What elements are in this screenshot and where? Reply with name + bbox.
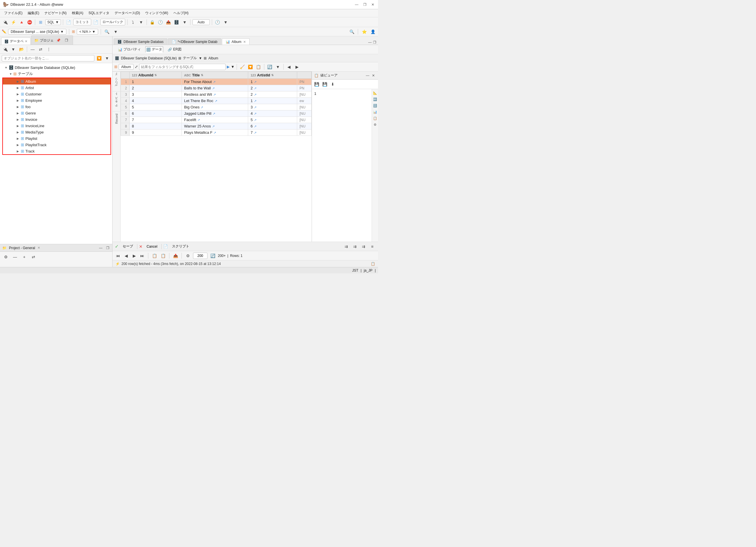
cell-title[interactable]: Facelift↗ bbox=[181, 117, 248, 123]
ext-link-icon[interactable]: ↗ bbox=[212, 87, 215, 90]
export-page-btn[interactable]: 📋 bbox=[160, 252, 166, 259]
avatar-btn[interactable]: 👤 bbox=[369, 28, 376, 35]
menu-edit[interactable]: 編集(E) bbox=[25, 10, 42, 16]
tree-item-foo[interactable]: ⊞ foo bbox=[3, 104, 111, 110]
open-folder-btn[interactable]: 📂 bbox=[18, 46, 25, 53]
cell-title[interactable]: Let There Be Roc↗ bbox=[181, 98, 248, 104]
menu-file[interactable]: ファイル(E) bbox=[2, 10, 25, 16]
project-settings-btn[interactable]: ⚙ bbox=[2, 254, 9, 261]
value-viewer-close[interactable]: ✕ bbox=[371, 73, 376, 78]
clock-icon[interactable]: 🕐 bbox=[157, 19, 164, 26]
vv-icon-1[interactable]: 📐 bbox=[373, 90, 378, 96]
script-action-btn[interactable]: スクリプト bbox=[170, 244, 192, 250]
cell-artistid[interactable]: 4↗ bbox=[248, 111, 297, 117]
page-count-input[interactable]: 200 bbox=[193, 253, 207, 259]
ext-link-icon[interactable]: ↗ bbox=[197, 118, 200, 122]
toolbar-btn-3[interactable]: 🔺 bbox=[18, 19, 25, 26]
share-icon[interactable]: 📤 bbox=[165, 19, 172, 26]
table-row[interactable]: 6 6 Jagged Little Pill↗ 4↗ [NU bbox=[121, 111, 312, 117]
last-page-btn[interactable]: ⏭ bbox=[139, 253, 145, 259]
filter-btn[interactable]: 🔽 bbox=[96, 55, 102, 62]
table-row[interactable]: 7 7 Facelift↗ 5↗ [NU bbox=[121, 117, 312, 123]
project-link-btn[interactable]: ⇄ bbox=[30, 254, 37, 261]
sql-filter-input[interactable] bbox=[139, 64, 226, 70]
col-albumid-sort[interactable]: ⇅ bbox=[154, 74, 157, 77]
toolbar-btn-4[interactable]: ⛔ bbox=[26, 19, 33, 26]
sub-tab-er[interactable]: 🔗 ER図 bbox=[164, 46, 185, 53]
record-label[interactable]: Record bbox=[113, 111, 120, 126]
menu-database[interactable]: データベース(D) bbox=[112, 10, 143, 16]
ext-link-icon[interactable]: ↗ bbox=[201, 106, 203, 109]
project-close-btn[interactable]: ✕ bbox=[38, 246, 40, 250]
album-tab-close[interactable]: ✕ bbox=[243, 40, 246, 44]
toolbar-btn-6[interactable]: ▼ bbox=[181, 19, 188, 26]
refresh-count-btn[interactable]: 🔄 bbox=[209, 252, 216, 259]
menu-navigate[interactable]: ナビゲート(N) bbox=[42, 10, 69, 16]
filter-dropdown-icon[interactable]: ▼ bbox=[231, 65, 235, 69]
menu-search[interactable]: 検索(A) bbox=[70, 10, 86, 16]
tree-item-genre[interactable]: ⊞ Genre bbox=[3, 110, 111, 116]
col-settings-btn[interactable]: 📋 bbox=[255, 63, 262, 70]
menu-sql-editor[interactable]: SQLエディタ bbox=[86, 10, 112, 16]
ext-link-icon2[interactable]: ↗ bbox=[254, 93, 257, 96]
col-albumid[interactable]: 123 AlbumId ⇅ bbox=[130, 72, 182, 79]
add-btn-arrow[interactable]: ▼ bbox=[10, 46, 17, 53]
tab-project[interactable]: 📁 プロジェ 📌 ❐ bbox=[31, 35, 73, 45]
add-filter-btn[interactable]: 🔽 bbox=[247, 63, 254, 70]
cell-artistid[interactable]: 3↗ bbox=[248, 104, 297, 111]
cell-artistid[interactable]: 2↗ bbox=[248, 91, 297, 98]
format-rows-btn4[interactable]: ≡ bbox=[369, 243, 376, 250]
cell-artistid[interactable]: 2↗ bbox=[248, 85, 297, 91]
bookmark-btn[interactable]: ⭐ bbox=[361, 28, 368, 35]
cell-artistid[interactable]: 1↗ bbox=[248, 79, 297, 85]
tab-sample-db-modified[interactable]: 📄 *<DBeaver Sample Datab bbox=[168, 38, 221, 45]
ext-link-icon[interactable]: ↗ bbox=[213, 93, 216, 96]
cell-albumid[interactable]: 6 bbox=[130, 111, 182, 117]
tab-database[interactable]: 🗄️ データベ ✕ bbox=[1, 38, 31, 45]
prev-page-btn[interactable]: ◀ bbox=[123, 253, 129, 259]
tree-item-track[interactable]: ⊞ Track bbox=[3, 148, 111, 154]
tree-item-album[interactable]: ⊞ Album bbox=[3, 78, 111, 85]
sub-tab-data[interactable]: 🔢 データ bbox=[145, 46, 163, 53]
commit-btn[interactable]: コミット bbox=[73, 19, 91, 25]
refresh-arrow-btn[interactable]: ▼ bbox=[274, 63, 281, 70]
value-viewer-minimize[interactable]: — bbox=[365, 73, 370, 78]
cell-artistid[interactable]: 7↗ bbox=[248, 130, 297, 136]
table-row[interactable]: 9 9 Plays Metallica F↗ 7↗ [NU bbox=[121, 130, 312, 136]
tab-album[interactable]: 📊 Album ✕ bbox=[222, 38, 250, 45]
ext-link-icon[interactable]: ↗ bbox=[212, 125, 215, 128]
nav-dropdown[interactable]: < N/A > ▼ bbox=[77, 29, 98, 35]
tree-item-mediatype[interactable]: ⊞ MediaType bbox=[3, 129, 111, 135]
first-page-btn[interactable]: ⏮ bbox=[115, 253, 121, 259]
menu-help[interactable]: ヘルプ(H) bbox=[171, 10, 191, 16]
tab-sample-db[interactable]: 🗄️ DBeaver Sample Databas bbox=[114, 38, 167, 45]
format-rows-btn1[interactable]: ⇉ bbox=[343, 243, 350, 250]
cell-artistid[interactable]: 6↗ bbox=[248, 123, 297, 130]
cell-albumid[interactable]: 1 bbox=[130, 79, 182, 85]
ext-link-icon[interactable]: ↗ bbox=[215, 99, 217, 103]
filter-arrow-btn[interactable]: ▼ bbox=[104, 55, 111, 62]
cell-title[interactable]: Restless and Wil↗ bbox=[181, 91, 248, 98]
ext-link-icon2[interactable]: ↗ bbox=[254, 112, 257, 115]
tree-root-db[interactable]: 🗄️ DBeaver Sample Database (SQLite) bbox=[0, 64, 112, 71]
auto-button[interactable]: Auto bbox=[192, 19, 210, 25]
cell-title[interactable]: For Those About↗ bbox=[181, 79, 248, 85]
cell-title[interactable]: Plays Metallica F↗ bbox=[181, 130, 248, 136]
close-button[interactable]: ✕ bbox=[370, 2, 375, 7]
table-row[interactable]: 4 4 Let There Be Roc↗ 1↗ ew bbox=[121, 98, 312, 104]
ext-link-icon2[interactable]: ↗ bbox=[254, 106, 257, 109]
tree-item-invoice[interactable]: ⊞ Invoice bbox=[3, 116, 111, 123]
settings-btn[interactable]: ⚙ bbox=[184, 252, 191, 259]
ext-link-icon2[interactable]: ↗ bbox=[254, 131, 257, 134]
ext-link-icon2[interactable]: ↗ bbox=[254, 99, 257, 103]
upload-btn[interactable]: 📤 bbox=[172, 252, 179, 259]
vv-save-btn[interactable]: 💾 bbox=[313, 81, 320, 88]
ext-link-icon[interactable]: ↗ bbox=[213, 112, 215, 115]
cell-title[interactable]: Balls to the Wall↗ bbox=[181, 85, 248, 91]
object-search-input[interactable] bbox=[2, 55, 94, 61]
cell-albumid[interactable]: 3 bbox=[130, 91, 182, 98]
vv-copy-btn[interactable]: 💾 bbox=[321, 81, 328, 88]
cell-albumid[interactable]: 8 bbox=[130, 123, 182, 130]
db-tab-close[interactable]: ✕ bbox=[25, 40, 27, 43]
text-label[interactable]: テキスト bbox=[113, 91, 120, 111]
